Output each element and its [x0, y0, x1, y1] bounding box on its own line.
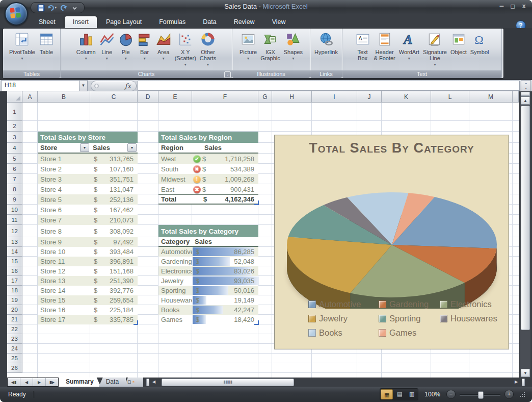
other-charts-button[interactable]: OtherCharts▼: [198, 31, 218, 69]
zoom-slider-thumb[interactable]: [478, 391, 484, 399]
legend-item-automotive[interactable]: Automotive: [308, 299, 379, 309]
save-button[interactable]: [36, 4, 45, 12]
row-header-7[interactable]: 7: [7, 174, 22, 184]
tab-formulas[interactable]: Formulas: [151, 16, 194, 28]
resize-grip[interactable]: [520, 392, 525, 397]
tab-split-handle[interactable]: [146, 379, 149, 386]
column-header-partial[interactable]: [513, 91, 519, 103]
row-header-17[interactable]: 17: [7, 276, 22, 286]
horizontal-scroll-thumb[interactable]: ▮▮▮▮: [162, 379, 294, 386]
zoom-in-button[interactable]: +: [504, 390, 514, 399]
row-header-5[interactable]: 5: [7, 154, 22, 164]
select-all-button[interactable]: [7, 91, 22, 103]
column-header-L[interactable]: L: [431, 91, 469, 103]
row-header-23[interactable]: 23: [7, 334, 22, 344]
column-header-J[interactable]: J: [357, 91, 382, 103]
row-header-26[interactable]: 26: [7, 363, 22, 373]
tab-review[interactable]: Review: [226, 16, 263, 28]
name-box[interactable]: H18: [1, 80, 79, 91]
row-header-18[interactable]: 18: [7, 286, 22, 295]
row-header-13[interactable]: 13: [7, 237, 22, 247]
sheet-tab-summary[interactable]: Summary: [59, 378, 101, 387]
row-header-8[interactable]: 8: [7, 184, 22, 194]
zoom-slider[interactable]: [460, 394, 500, 395]
column-header-B[interactable]: B: [38, 91, 90, 103]
grid-canvas[interactable]: Total Sales by StoreStore▼Sales▼Store 1$…: [22, 103, 519, 378]
customize-qat-button[interactable]: [70, 4, 79, 12]
legend-item-housewares[interactable]: Housewares: [440, 314, 519, 323]
office-button[interactable]: [5, 2, 28, 26]
row-header-1[interactable]: 1: [7, 103, 22, 121]
row-header-15[interactable]: 15: [7, 257, 22, 266]
shapes-button[interactable]: Shapes▼: [282, 31, 304, 63]
area-button[interactable]: Area▼: [154, 31, 173, 63]
pie-button[interactable]: Pie▼: [117, 31, 135, 63]
next-sheet-button[interactable]: ▶: [33, 378, 46, 386]
symbol-button[interactable]: ΩSymbol: [469, 31, 491, 56]
horizontal-split-handle[interactable]: [522, 379, 525, 386]
first-sheet-button[interactable]: ◀▮: [8, 378, 20, 386]
tab-data[interactable]: Data: [195, 16, 224, 28]
wordart-button[interactable]: AWordArt▼: [397, 31, 421, 63]
horizontal-scrollbar[interactable]: ◀ ▮▮▮▮ ▶: [146, 378, 532, 387]
tab-view[interactable]: View: [264, 16, 294, 28]
row-header-24[interactable]: 24: [7, 344, 22, 354]
formula-bar-expand-button[interactable]: ⌄⌄: [521, 80, 531, 91]
column-header-F[interactable]: F: [192, 91, 258, 103]
vertical-scroll-thumb[interactable]: [521, 106, 530, 330]
scroll-down-button[interactable]: ▼: [521, 369, 530, 377]
table-resize-corner[interactable]: [254, 200, 259, 205]
column-header-G[interactable]: G: [258, 91, 272, 103]
text-box-button[interactable]: ATextBox: [354, 31, 372, 62]
vertical-scrollbar[interactable]: ▲ ▼: [520, 91, 530, 378]
row-header-6[interactable]: 6: [7, 164, 22, 174]
zoom-out-button[interactable]: −: [446, 390, 456, 399]
row-header-19[interactable]: 19: [7, 295, 22, 305]
row-header-21[interactable]: 21: [7, 315, 22, 324]
table-resize-corner[interactable]: [134, 320, 138, 325]
sheet-tab-data[interactable]: Data: [99, 378, 126, 387]
row-header-20[interactable]: 20: [7, 305, 22, 315]
row-header-9[interactable]: 9: [7, 194, 22, 205]
legend-item-games[interactable]: Games: [379, 328, 440, 338]
line-button[interactable]: Line▼: [98, 31, 116, 63]
column-header-M[interactable]: M: [469, 91, 513, 103]
row-header-3[interactable]: 3: [7, 132, 22, 143]
row-header-16[interactable]: 16: [7, 266, 22, 276]
minimize-button[interactable]: –: [500, 2, 504, 10]
tab-sheet[interactable]: Sheet: [31, 16, 64, 28]
object-button[interactable]: Object: [449, 31, 468, 56]
legend-item-electronics[interactable]: Electronics: [440, 299, 519, 309]
row-header-10[interactable]: 10: [7, 205, 22, 215]
row-header-25[interactable]: 25: [7, 354, 22, 363]
legend-item-jewelry[interactable]: Jewelry: [308, 314, 379, 323]
sheet-nav-buttons[interactable]: ◀▮ ◀ ▶ ▮▶: [7, 378, 59, 387]
filter-dropdown-button[interactable]: ▼: [127, 143, 137, 152]
legend-item-sporting[interactable]: Sporting: [379, 314, 440, 323]
row-header-11[interactable]: 11: [7, 215, 22, 225]
scroll-up-button[interactable]: ▲: [521, 96, 530, 105]
undo-button[interactable]: ▾: [47, 4, 57, 12]
row-header-12[interactable]: 12: [7, 225, 22, 237]
row-header-2[interactable]: 2: [7, 121, 22, 132]
column-header-D[interactable]: D: [138, 91, 158, 103]
column-header-H[interactable]: H: [272, 91, 312, 103]
column-header-K[interactable]: K: [382, 91, 431, 103]
header-footer-button[interactable]: Header& Footer: [373, 31, 397, 62]
close-button[interactable]: x: [522, 2, 526, 10]
pivottable-button[interactable]: PivotTable▼: [8, 31, 37, 63]
normal-view-button[interactable]: ▦: [381, 389, 393, 399]
formula-input[interactable]: [138, 81, 520, 91]
insert-worksheet-tab[interactable]: 🗋✶: [124, 378, 143, 387]
hyperlink-button[interactable]: Hyperlink: [313, 31, 339, 56]
signature-line-button[interactable]: SignatureLine▼: [421, 31, 448, 69]
prev-sheet-button[interactable]: ◀: [20, 378, 33, 386]
row-header-4[interactable]: 4: [7, 143, 22, 154]
scroll-left-button[interactable]: ◀: [150, 379, 157, 385]
vertical-split-handle[interactable]: [521, 92, 530, 96]
x-y-scatter-button[interactable]: X Y(Scatter)▼: [173, 31, 198, 69]
table-button[interactable]: Table: [37, 31, 56, 56]
page-break-view-button[interactable]: ▥: [406, 389, 417, 398]
column-header-C[interactable]: C: [90, 91, 138, 103]
tab-page-layout[interactable]: Page Layout: [98, 16, 150, 28]
